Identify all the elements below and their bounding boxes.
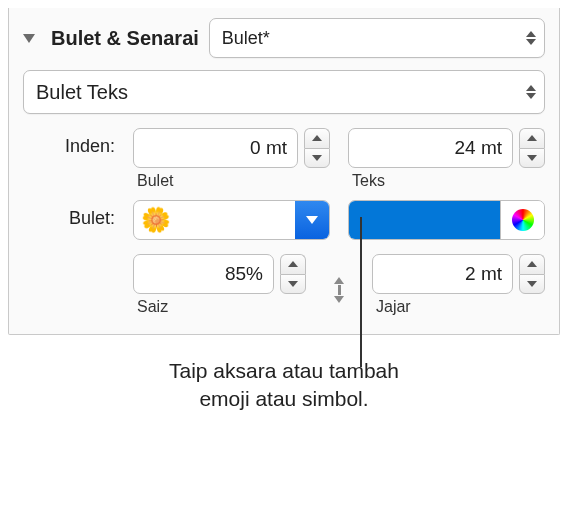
stepper-buttons xyxy=(519,254,545,294)
indent-bullet-value[interactable]: 0 mt xyxy=(133,128,298,168)
bullet-color-field xyxy=(348,200,545,240)
indent-text-value[interactable]: 24 mt xyxy=(348,128,513,168)
color-wheel-icon xyxy=(512,209,534,231)
size-align-grid: 85% Saiz 2 mt Jajar xyxy=(23,254,545,316)
stepper-up-button[interactable] xyxy=(304,128,330,148)
updown-icon xyxy=(526,31,536,45)
chevron-up-icon xyxy=(527,135,537,141)
section-title: Bulet & Senarai xyxy=(51,27,199,50)
bullet-align-value[interactable]: 2 mt xyxy=(372,254,513,294)
stepper-down-button[interactable] xyxy=(519,274,545,295)
bullet-type-row: Bulet Teks xyxy=(23,70,545,114)
bullet-char-picker[interactable]: 🌼 xyxy=(133,200,330,240)
stepper-buttons xyxy=(304,128,330,168)
list-style-select[interactable]: Bulet* xyxy=(209,18,545,58)
vertical-align-icon xyxy=(324,267,354,303)
bullet-type-select[interactable]: Bulet Teks xyxy=(23,70,545,114)
bullet-char-dropdown-button[interactable] xyxy=(295,201,329,239)
indent-bullet-field: 0 mt Bulet xyxy=(133,128,330,190)
chevron-up-icon xyxy=(312,135,322,141)
stepper-buttons xyxy=(280,254,306,294)
indent-text-field: 24 mt Teks xyxy=(348,128,545,190)
callout: Taip aksara atau tambah emoji atau simbo… xyxy=(8,357,560,414)
bullet-align-stepper[interactable]: 2 mt xyxy=(372,254,545,294)
color-swatch[interactable] xyxy=(349,201,500,239)
bullet-size-sublabel: Saiz xyxy=(133,298,306,316)
indent-grid: Inden: 0 mt Bulet 24 mt Teks xyxy=(23,128,545,190)
stepper-up-button[interactable] xyxy=(519,128,545,148)
color-picker-button[interactable] xyxy=(500,201,544,239)
bullet-char-input[interactable] xyxy=(178,201,295,239)
stepper-down-button[interactable] xyxy=(304,148,330,169)
bullet-emoji[interactable]: 🌼 xyxy=(134,201,178,239)
stepper-down-button[interactable] xyxy=(280,274,306,295)
indent-text-sublabel: Teks xyxy=(348,172,545,190)
indent-bullet-stepper[interactable]: 0 mt xyxy=(133,128,330,168)
indent-bullet-sublabel: Bulet xyxy=(133,172,330,190)
chevron-down-icon xyxy=(288,281,298,287)
callout-text: Taip aksara atau tambah emoji atau simbo… xyxy=(8,357,560,414)
callout-leader-line xyxy=(360,217,362,367)
stepper-up-button[interactable] xyxy=(280,254,306,274)
chevron-up-icon xyxy=(527,261,537,267)
bullet-char-field: 🌼 xyxy=(133,200,330,240)
bullet-align-field: 2 mt Jajar xyxy=(372,254,545,316)
list-style-value: Bulet* xyxy=(222,28,270,49)
indent-label: Inden: xyxy=(23,128,115,157)
bullet-align-sublabel: Jajar xyxy=(372,298,545,316)
bullet-color-well[interactable] xyxy=(348,200,545,240)
bullet-type-value: Bulet Teks xyxy=(36,81,128,104)
chevron-up-icon xyxy=(288,261,298,267)
bullet-size-field: 85% Saiz xyxy=(133,254,306,316)
chevron-down-icon xyxy=(312,155,322,161)
bullets-lists-panel: Bulet & Senarai Bulet* Bulet Teks Inden:… xyxy=(8,8,560,335)
stepper-up-button[interactable] xyxy=(519,254,545,274)
bullet-size-value[interactable]: 85% xyxy=(133,254,274,294)
indent-text-stepper[interactable]: 24 mt xyxy=(348,128,545,168)
bullet-style-grid: Bulet: 🌼 xyxy=(23,200,545,240)
chevron-down-icon xyxy=(306,216,318,224)
bullet-label: Bulet: xyxy=(23,200,115,229)
stepper-down-button[interactable] xyxy=(519,148,545,169)
chevron-down-icon xyxy=(527,155,537,161)
stepper-buttons xyxy=(519,128,545,168)
bullet-size-stepper[interactable]: 85% xyxy=(133,254,306,294)
chevron-down-icon xyxy=(527,281,537,287)
panel-header: Bulet & Senarai Bulet* xyxy=(23,18,545,58)
disclosure-triangle-icon[interactable] xyxy=(23,34,35,43)
updown-icon xyxy=(526,85,536,99)
